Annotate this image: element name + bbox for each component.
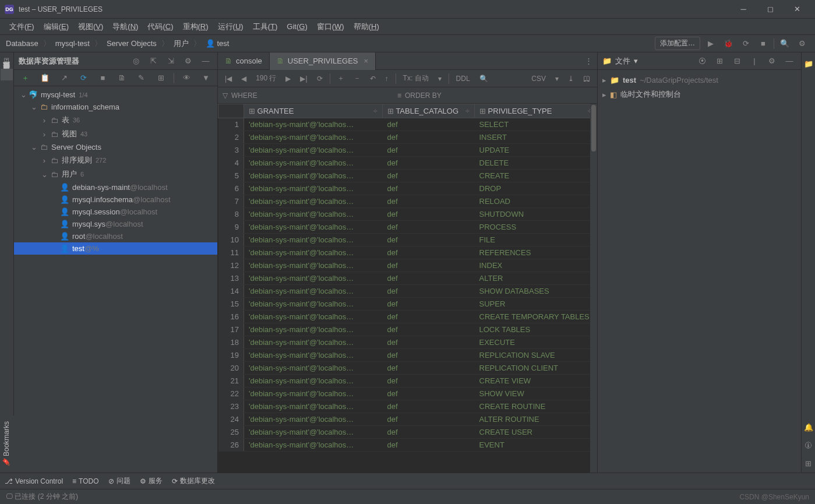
target-icon[interactable]: ◎ [129,54,143,68]
panel-gear-icon[interactable]: ⚙ [765,54,779,68]
panel-hide-icon[interactable]: — [782,54,796,68]
menu-item[interactable]: 工具(T) [248,19,283,34]
tree-node[interactable]: 👤mysql.sys@localhost [14,218,217,230]
tree-node[interactable]: ⌄🗀Server Objects [14,141,217,153]
filter-icon[interactable]: ▼ [199,71,213,85]
scratch-files[interactable]: ▸ ◧ 临时文件和控制台 [602,87,796,102]
tree-node[interactable]: ⌄🐬mysql-test1/4 [14,89,217,101]
table-row[interactable]: 5'debian-sys-maint'@'localhos…defCREATE [218,170,597,182]
tree-node[interactable]: 👤root@localhost [14,230,217,242]
go-to-icon[interactable]: ↗ [57,71,70,85]
notifications2-icon[interactable]: 🛈 [803,436,813,454]
profile-button[interactable]: ⟳ [739,37,753,51]
tree-node[interactable]: 👤debian-sys-maint@localhost [14,181,217,193]
add-config-button[interactable]: 添加配置… [655,37,700,50]
db-explorer-tab[interactable]: 数据库资源管理器 [1,69,13,80]
files-tab-icon[interactable]: 📁 [803,55,814,73]
more-icon[interactable]: 🕮 [581,73,592,84]
bottom-tab[interactable]: ≡TODO [72,477,98,485]
menu-item[interactable]: 窗口(W) [312,19,349,34]
menu-item[interactable]: 导航(N) [108,19,143,34]
table-row[interactable]: 3'debian-sys-maint'@'localhos…defUPDATE [218,144,597,157]
table-row[interactable]: 25'debian-sys-maint'@'localhos…defCREATE… [218,426,597,439]
collapse-icon[interactable]: ⇲ [164,54,178,68]
tree-node[interactable]: 👤mysql.session@localhost [14,206,217,218]
edit-icon[interactable]: ✎ [135,71,148,85]
stop-intro-icon[interactable]: ■ [96,71,110,85]
table-row[interactable]: 22'debian-sys-maint'@'localhos…defSHOW V… [218,387,597,400]
scrollbar[interactable] [590,104,597,473]
table-row[interactable]: 14'debian-sys-maint'@'localhos…defSHOW D… [218,285,597,298]
export-icon[interactable]: ⤓ [566,73,576,84]
tabs-more-icon[interactable]: ⋮ [580,57,597,65]
orderby-filter[interactable]: ≡ORDER BY [393,87,446,103]
remove-row-icon[interactable]: － [351,72,363,84]
column-header[interactable]: ⊞ PRIVILEGE_TYPE ÷ [475,104,597,118]
close-tab-icon[interactable]: × [364,57,368,65]
copy-ddl-icon[interactable]: 📋 [38,71,51,85]
table-row[interactable]: 12'debian-sys-maint'@'localhos…defINDEX [218,259,597,272]
menu-item[interactable]: 运行(U) [213,19,248,34]
tree-node[interactable]: ⌄🗀用户6 [14,167,217,181]
menu-item[interactable]: 重构(R) [178,19,213,34]
notifications-icon[interactable]: 🔔 [803,418,814,436]
debug-button[interactable]: 🐞 [721,37,735,51]
stop-button[interactable]: ■ [756,37,770,51]
table-row[interactable]: 20'debian-sys-maint'@'localhos…defREPLIC… [218,362,597,375]
next-page-icon[interactable]: ▶ [283,73,293,84]
database-tool-icon[interactable]: 🗄 [0,55,14,69]
tree-node[interactable]: ›🗀表36 [14,113,217,127]
editor-tab[interactable]: 🗎console [218,52,270,70]
menu-item[interactable]: 代码(C) [143,19,178,34]
editor-tab[interactable]: 🗎USER_PRIVILEGES× [270,52,376,70]
project-root[interactable]: ▸ 📁 test ~/DataGripProjects/test [602,73,796,87]
table-row[interactable]: 9'debian-sys-maint'@'localhos…defPROCESS [218,221,597,234]
ddl-button[interactable]: DDL [454,73,472,84]
table-row[interactable]: 23'debian-sys-maint'@'localhos…defCREATE… [218,400,597,413]
breadcrumb-item[interactable]: Database [6,39,38,48]
table-row[interactable]: 21'debian-sys-maint'@'localhos…defCREATE… [218,375,597,387]
menu-item[interactable]: 文件(F) [5,19,39,34]
rows-info[interactable]: 190 行 [253,72,278,84]
table-row[interactable]: 15'debian-sys-maint'@'localhos…defSUPER [218,298,597,311]
bookmarks-tab[interactable]: 🔖 Bookmarks [0,415,13,473]
table-row[interactable]: 24'debian-sys-maint'@'localhos…defALTER … [218,413,597,426]
table-row[interactable]: 17'debian-sys-maint'@'localhos…defLOCK T… [218,323,597,336]
breadcrumb-item[interactable]: 用户 [174,38,189,49]
bottom-tab[interactable]: ⊘问题 [108,476,130,486]
column-header[interactable]: ⊞ TABLE_CATALOG ÷ [383,104,475,118]
add-row-icon[interactable]: ＋ [335,72,347,84]
bottom-tab[interactable]: ⟳数据库更改 [172,476,215,486]
bottom-tab[interactable]: ⚙服务 [140,476,163,486]
table-row[interactable]: 13'debian-sys-maint'@'localhos…defALTER [218,272,597,285]
data-source-icon[interactable]: 🗎 [115,71,129,85]
search-icon[interactable]: 🔍 [778,37,792,51]
refresh-icon[interactable]: ⟳ [77,71,90,85]
column-header[interactable]: ⊞ GRANTEE ÷ [244,104,383,118]
view-icon[interactable]: 👁 [180,71,193,85]
maximize-button[interactable]: ◻ [757,0,784,19]
tree-node[interactable]: 👤test@% [14,242,217,255]
tree-node[interactable]: 👤mysql.infoschema@localhost [14,193,217,206]
last-page-icon[interactable]: ▶| [298,73,309,84]
gear-icon[interactable]: ⚙ [181,54,195,68]
menu-item[interactable]: 帮助(H) [349,19,384,34]
table-row[interactable]: 19'debian-sys-maint'@'localhos…defREPLIC… [218,349,597,362]
prev-page-icon[interactable]: ◀ [239,73,249,84]
table-row[interactable]: 1'debian-sys-maint'@'localhos…defSELECT [218,118,597,131]
table-row[interactable]: 8'debian-sys-maint'@'localhos…defSHUTDOW… [218,208,597,221]
expand-icon[interactable]: ⇱ [146,54,160,68]
table-row[interactable]: 10'debian-sys-maint'@'localhos…defFILE [218,234,597,246]
tx-mode[interactable]: Tx: 自动 [401,72,431,84]
export-format[interactable]: CSV [529,73,548,84]
table-row[interactable]: 16'debian-sys-maint'@'localhos…defCREATE… [218,311,597,323]
transpose-icon[interactable]: ⊞ [154,71,167,85]
tree-node[interactable]: ⌄🗀information_schema [14,101,217,113]
breadcrumb-item[interactable]: Server Objects [107,39,157,48]
run-button[interactable]: ▶ [704,37,718,51]
menu-item[interactable]: 视图(V) [73,19,108,34]
commit-icon[interactable]: ↑ [383,73,391,84]
collapse-all-icon[interactable]: ⊟ [730,54,744,68]
menu-item[interactable]: 编辑(E) [39,19,73,34]
table-row[interactable]: 18'debian-sys-maint'@'localhos…defEXECUT… [218,336,597,349]
